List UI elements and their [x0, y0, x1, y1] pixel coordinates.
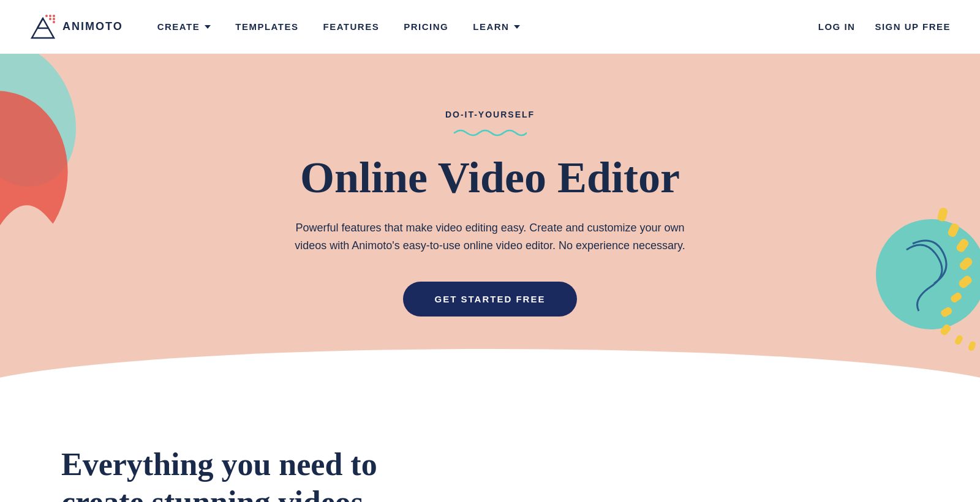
nav-learn[interactable]: LEARN: [473, 21, 520, 32]
svg-rect-14: [955, 238, 970, 253]
svg-rect-20: [954, 334, 964, 346]
hero-title: Online Video Editor: [282, 154, 698, 202]
below-hero-section: Everything you need to create stunning v…: [0, 397, 980, 502]
svg-rect-15: [958, 256, 973, 271]
hero-squiggle: [453, 127, 527, 137]
chevron-down-icon: [205, 25, 211, 29]
hero-subtitle: Powerful features that make video editin…: [282, 219, 698, 255]
deco-left-shapes: [0, 54, 110, 250]
login-link[interactable]: LOG IN: [818, 21, 856, 32]
logo-link[interactable]: ANIMOTO: [29, 13, 123, 40]
section-title: Everything you need to create stunning v…: [61, 446, 429, 502]
chevron-down-icon-learn: [514, 25, 520, 29]
nav-pricing[interactable]: PRICING: [404, 21, 448, 32]
svg-point-9: [0, 54, 96, 203]
svg-rect-21: [968, 340, 977, 351]
svg-rect-12: [937, 207, 948, 222]
logo-icon: [29, 13, 56, 40]
svg-rect-17: [949, 291, 963, 304]
nav-right: LOG IN SIGN UP FREE: [818, 21, 951, 32]
svg-point-1: [49, 15, 51, 17]
nav-create[interactable]: CREATE: [157, 21, 211, 32]
svg-rect-18: [940, 306, 953, 318]
cta-button[interactable]: GET STARTED FREE: [403, 282, 578, 317]
svg-rect-16: [957, 274, 973, 290]
svg-rect-13: [947, 222, 960, 238]
svg-rect-19: [939, 323, 952, 337]
brand-name: ANIMOTO: [62, 20, 123, 33]
svg-point-11: [876, 219, 980, 329]
nav-templates[interactable]: TEMPLATES: [235, 21, 298, 32]
svg-point-3: [49, 18, 51, 20]
nav-features[interactable]: FEATURES: [323, 21, 379, 32]
svg-point-0: [45, 15, 48, 17]
svg-point-4: [53, 18, 55, 20]
svg-point-10: [0, 79, 81, 250]
svg-point-5: [53, 21, 55, 23]
deco-right-shapes: [845, 176, 980, 360]
svg-line-7: [37, 18, 43, 28]
hero-section: DO-IT-YOURSELF Online Video Editor Power…: [0, 54, 980, 397]
svg-point-2: [53, 15, 55, 17]
hero-content: DO-IT-YOURSELF Online Video Editor Power…: [257, 110, 723, 317]
hero-eyebrow: DO-IT-YOURSELF: [282, 110, 698, 119]
signup-link[interactable]: SIGN UP FREE: [875, 21, 951, 32]
nav-left: CREATE TEMPLATES FEATURES PRICING LEARN: [157, 21, 818, 32]
navbar: ANIMOTO CREATE TEMPLATES FEATURES PRICIN…: [0, 0, 980, 54]
